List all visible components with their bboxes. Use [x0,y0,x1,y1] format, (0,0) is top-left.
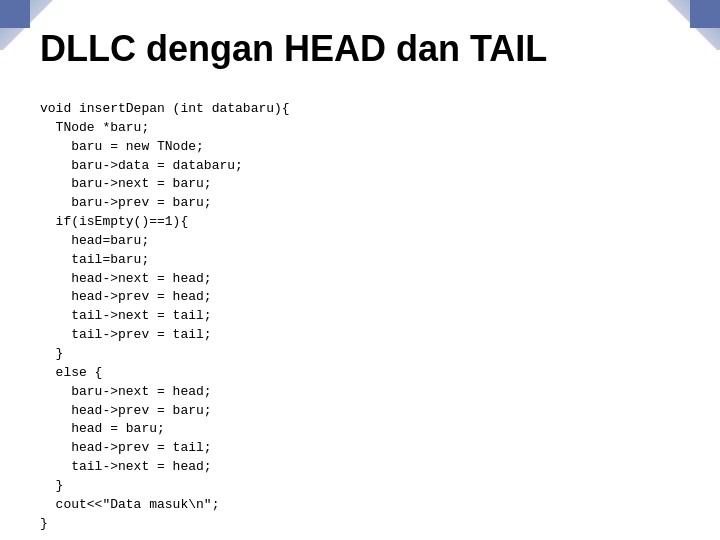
decorative-corner-tr [665,0,720,50]
decorative-corner-tl-inner [0,0,30,28]
page-title: DLLC dengan HEAD dan TAIL [40,28,547,70]
code-block: void insertDepan (int databaru){ TNode *… [40,100,290,533]
decorative-corner-tr-inner [690,0,720,28]
